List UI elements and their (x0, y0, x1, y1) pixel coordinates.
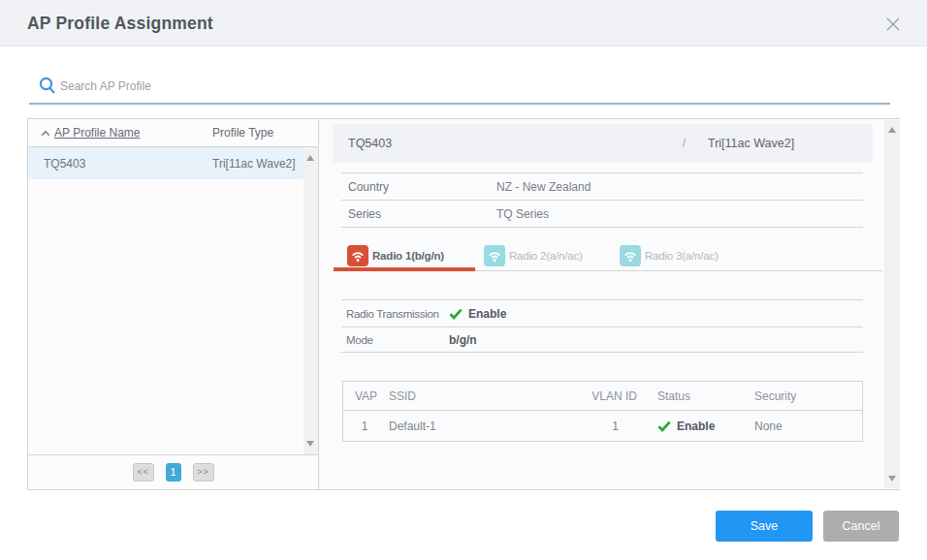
pagination-next-button[interactable]: >> (193, 463, 214, 482)
field-row-series: Series TQ Series (341, 201, 863, 228)
pagination: << 1 >> (28, 455, 318, 488)
dialog-header: AP Profile Assignment (0, 0, 927, 47)
field-row-country: Country NZ - New Zealand (341, 173, 863, 201)
vap-table: VAP SSID VLAN ID Status Security 1 Defau… (342, 381, 863, 442)
radio-fields: Radio Transmission Enable Mode b/g/n (341, 299, 863, 353)
tab-radio-2-label: Radio 2(a/n/ac) (509, 250, 583, 262)
profile-row-type: Tri[11ac Wave2] (212, 157, 296, 171)
scroll-up-icon[interactable] (888, 127, 896, 133)
tab-radio-1[interactable]: Radio 1(b/g/n) (347, 245, 444, 266)
profile-list-panel: AP Profile Name Profile Type TQ5403 Tri[… (27, 118, 319, 490)
search-icon (39, 77, 56, 96)
vap-table-row[interactable]: 1 Default-1 1 Enable None (343, 411, 862, 441)
profile-list-scrollbar[interactable] (304, 147, 318, 454)
tab-radio-3[interactable]: Radio 3(a/n/ac) (620, 245, 719, 266)
profile-list-header: AP Profile Name Profile Type (28, 119, 318, 147)
sort-asc-icon (41, 130, 50, 137)
vap-table-header: VAP SSID VLAN ID Status Security (343, 382, 862, 411)
search-underline (29, 103, 890, 105)
detail-scrollbar[interactable] (884, 120, 900, 488)
detail-separator: / (683, 137, 686, 150)
cancel-button[interactable]: Cancel (823, 511, 899, 542)
pagination-prev-button[interactable]: << (133, 463, 154, 482)
profile-row-name: TQ5403 (44, 157, 85, 171)
detail-profile-name: TQ5403 (348, 137, 683, 150)
check-icon (657, 420, 671, 432)
field-row-radio-transmission: Radio Transmission Enable (341, 300, 863, 327)
field-row-mode: Mode b/g/n (341, 327, 863, 353)
tab-radio-1-label: Radio 1(b/g/n) (372, 250, 444, 262)
wifi-icon-radio-2 (484, 245, 505, 266)
wifi-icon-radio-1 (347, 245, 368, 266)
column-header-ap-profile-name[interactable]: AP Profile Name (41, 126, 140, 140)
dialog-title: AP Profile Assignment (27, 0, 213, 47)
detail-fields: Country NZ - New Zealand Series TQ Serie… (341, 172, 863, 228)
scroll-down-icon[interactable] (306, 441, 314, 447)
check-icon (449, 308, 463, 320)
detail-title-band: TQ5403 / Tri[11ac Wave2] (333, 124, 873, 163)
tab-radio-2[interactable]: Radio 2(a/n/ac) (484, 245, 583, 266)
detail-profile-type: Tri[11ac Wave2] (708, 137, 873, 150)
ap-profile-assignment-dialog: AP Profile Assignment AP Profile Name Pr… (0, 0, 927, 560)
column-header-profile-type[interactable]: Profile Type (212, 126, 273, 140)
tab-radio-3-label: Radio 3(a/n/ac) (645, 250, 719, 262)
active-tab-underline (334, 267, 475, 271)
save-button[interactable]: Save (716, 511, 813, 542)
profile-detail-panel: TQ5403 / Tri[11ac Wave2] Country NZ - Ne… (319, 118, 900, 490)
profile-row-selected[interactable]: TQ5403 Tri[11ac Wave2] (28, 147, 304, 179)
close-icon[interactable] (884, 16, 902, 33)
scroll-up-icon[interactable] (306, 155, 314, 161)
profile-list-body: TQ5403 Tri[11ac Wave2] (28, 147, 318, 455)
wifi-icon-radio-3 (620, 245, 641, 266)
pagination-current-page[interactable]: 1 (166, 463, 181, 482)
scroll-down-icon[interactable] (888, 476, 896, 482)
search-input[interactable] (60, 76, 875, 97)
